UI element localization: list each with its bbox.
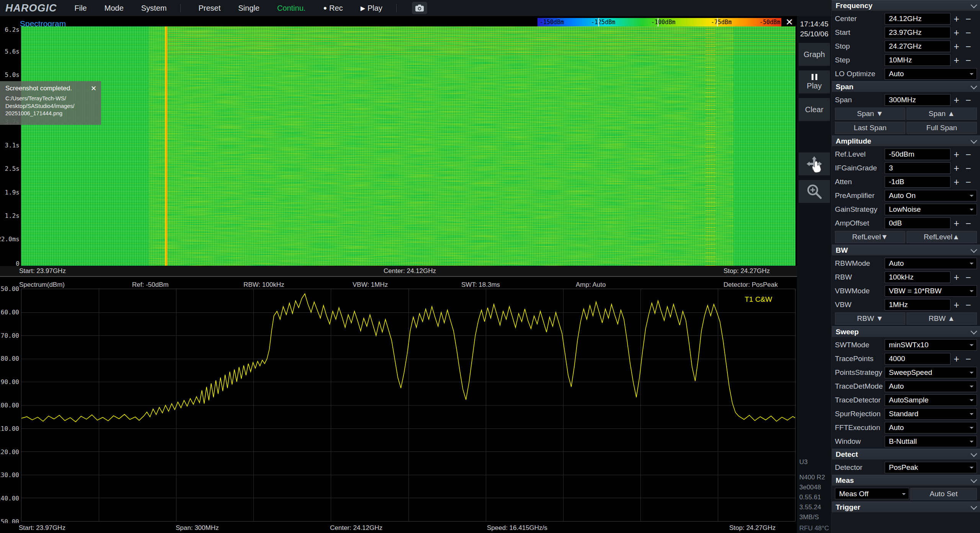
increment-button[interactable]: + bbox=[951, 177, 962, 187]
decrement-button[interactable]: − bbox=[962, 163, 974, 173]
tracedetector-row: TraceDetector AutoSample bbox=[835, 394, 977, 406]
section-frequency[interactable]: Frequency bbox=[832, 0, 980, 11]
vbw-input[interactable]: 1MHz bbox=[885, 299, 951, 311]
tracepoints-input[interactable]: 4000 bbox=[885, 353, 951, 365]
increment-button[interactable]: + bbox=[951, 27, 962, 38]
tracedetmode-select[interactable]: Auto bbox=[885, 381, 977, 392]
pan-tool-button[interactable] bbox=[799, 152, 830, 175]
decrement-button[interactable]: − bbox=[962, 272, 974, 283]
preset-button[interactable]: Preset bbox=[198, 4, 220, 13]
stop-freq-input[interactable]: 24.27GHz bbox=[885, 41, 951, 52]
spectrogram-close-button[interactable]: ✕ bbox=[784, 17, 795, 28]
decrement-button[interactable]: − bbox=[962, 353, 974, 364]
section-trigger[interactable]: Trigger bbox=[832, 502, 980, 512]
decrement-button[interactable]: − bbox=[962, 177, 974, 187]
decrement-button[interactable]: − bbox=[962, 27, 974, 38]
play-toolbar-button[interactable]: ▶ Play bbox=[361, 4, 382, 13]
increment-button[interactable]: + bbox=[951, 41, 962, 52]
decrement-button[interactable]: − bbox=[962, 218, 974, 229]
clear-button[interactable]: Clear bbox=[799, 98, 830, 121]
rbw-up-button[interactable]: RBW ▲ bbox=[906, 312, 977, 325]
decrement-button[interactable]: − bbox=[962, 299, 974, 310]
reflevel-down-button[interactable]: RefLevel▼ bbox=[835, 231, 905, 243]
tracedetector-select[interactable]: AutoSample bbox=[885, 394, 977, 406]
center-freq-input[interactable]: 24.12GHz bbox=[885, 13, 951, 25]
increment-button[interactable]: + bbox=[951, 55, 962, 65]
y-tick: -60.00 bbox=[0, 308, 19, 316]
sp-speed-label: Speed: 16.415GHz/s bbox=[487, 524, 547, 532]
spectrogram-carrier-stripe bbox=[165, 26, 168, 266]
auto-set-button[interactable]: Auto Set bbox=[910, 488, 977, 500]
preamplifier-select[interactable]: Auto On bbox=[885, 190, 977, 201]
decrement-button[interactable]: − bbox=[962, 55, 974, 65]
y-tick: -50.00 bbox=[0, 285, 19, 293]
fftexecution-select[interactable]: Auto bbox=[885, 422, 977, 433]
meas-mode-select[interactable]: Meas Off bbox=[835, 488, 909, 499]
spectrum-plot[interactable]: T1 C&W bbox=[21, 289, 795, 522]
rbw-input[interactable]: 100kHz bbox=[885, 271, 951, 283]
decrement-button[interactable]: − bbox=[962, 13, 974, 24]
rec-button[interactable]: ● Rec bbox=[323, 4, 343, 13]
section-sweep[interactable]: Sweep bbox=[832, 326, 980, 337]
ifgain-input[interactable]: 3 bbox=[885, 162, 951, 174]
ref-level-input[interactable]: -50dBm bbox=[885, 149, 951, 160]
spectrogram-status-bar: Start: 23.97GHz Center: 24.12GHz Stop: 2… bbox=[0, 266, 797, 277]
gainstrategy-select[interactable]: LowNoise bbox=[885, 204, 977, 215]
screenshot-button[interactable] bbox=[412, 2, 427, 14]
increment-button[interactable]: + bbox=[951, 353, 962, 364]
notification-close-icon[interactable]: ✕ bbox=[90, 84, 97, 93]
section-amplitude[interactable]: Amplitude bbox=[832, 136, 980, 146]
lo-optimize-select[interactable]: Auto bbox=[885, 68, 977, 80]
window-select[interactable]: B-Nuttall bbox=[885, 436, 977, 447]
decrement-button[interactable]: − bbox=[962, 149, 974, 160]
section-span[interactable]: Span bbox=[832, 81, 980, 92]
full-span-button[interactable]: Full Span bbox=[906, 122, 977, 134]
increment-button[interactable]: + bbox=[951, 218, 962, 229]
last-span-button[interactable]: Last Span bbox=[835, 122, 905, 134]
colorbar-label: -50dBm bbox=[760, 19, 780, 26]
increment-button[interactable]: + bbox=[951, 149, 962, 160]
y-tick: -130.00 bbox=[0, 471, 19, 479]
decrement-button[interactable]: − bbox=[962, 95, 974, 105]
single-button[interactable]: Single bbox=[238, 4, 260, 13]
rbwmode-select[interactable]: Auto bbox=[885, 258, 977, 269]
decrement-button[interactable]: − bbox=[962, 41, 974, 52]
spurrejection-select[interactable]: Standard bbox=[885, 408, 977, 420]
menu-mode[interactable]: Mode bbox=[105, 4, 124, 13]
span-input[interactable]: 300MHz bbox=[885, 94, 951, 106]
start-freq-row: Start 23.97GHz + − bbox=[835, 27, 977, 38]
pointsstrategy-select[interactable]: SweepSpeed bbox=[885, 367, 977, 378]
vbwmode-select[interactable]: VBW = 10*RBW bbox=[885, 285, 977, 297]
span-down-button[interactable]: Span ▼ bbox=[835, 108, 905, 120]
ampoffset-input[interactable]: 0dB bbox=[885, 217, 951, 229]
detector-label: Detector: PosPeak bbox=[724, 281, 778, 289]
atten-input[interactable]: -1dB bbox=[885, 176, 951, 188]
section-meas[interactable]: Meas bbox=[832, 475, 980, 486]
zoom-tool-button[interactable] bbox=[799, 180, 830, 203]
increment-button[interactable]: + bbox=[951, 163, 962, 173]
increment-button[interactable]: + bbox=[951, 272, 962, 283]
app-window: HAROGIC File Mode System Preset Single C… bbox=[0, 0, 980, 533]
span-up-button[interactable]: Span ▲ bbox=[906, 108, 977, 120]
section-bw[interactable]: BW bbox=[832, 245, 980, 255]
increment-button[interactable]: + bbox=[951, 95, 962, 105]
spectrum-y-axis: -50.00 -60.00 -70.00 -80.00 -90.00 -100.… bbox=[0, 286, 20, 524]
step-freq-input[interactable]: 10MHz bbox=[885, 54, 951, 66]
notification-title: Screenshot completed. bbox=[5, 85, 72, 92]
time-tick: 1.9s bbox=[5, 188, 20, 196]
reflevel-up-button[interactable]: RefLevel▲ bbox=[906, 231, 977, 243]
increment-button[interactable]: + bbox=[951, 13, 962, 24]
section-detect[interactable]: Detect bbox=[832, 449, 980, 459]
play-pause-button[interactable]: Play bbox=[799, 70, 830, 93]
start-freq-input[interactable]: 23.97GHz bbox=[885, 27, 951, 38]
swtmode-select[interactable]: minSWTx10 bbox=[885, 339, 977, 351]
detector-select[interactable]: PosPeak bbox=[885, 462, 977, 473]
increment-button[interactable]: + bbox=[951, 299, 962, 310]
rbw-down-button[interactable]: RBW ▼ bbox=[835, 312, 905, 325]
menu-system[interactable]: System bbox=[141, 4, 167, 13]
spectrogram-plot[interactable] bbox=[21, 26, 795, 266]
graph-button[interactable]: Graph bbox=[799, 43, 830, 66]
menu-file[interactable]: File bbox=[75, 4, 87, 13]
continuous-button[interactable]: Continu. bbox=[277, 4, 306, 13]
chevron-down-icon bbox=[971, 328, 977, 334]
